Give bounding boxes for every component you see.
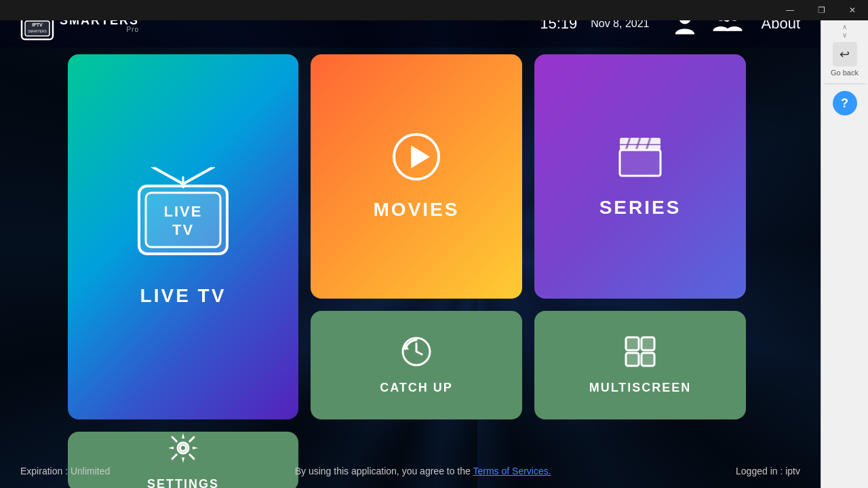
svg-marker-18 bbox=[411, 145, 430, 168]
window-controls: — ❐ ✕ bbox=[774, 0, 868, 20]
go-back-label: Go back bbox=[831, 69, 859, 77]
svg-text:IPTV: IPTV bbox=[32, 22, 43, 27]
livetv-label: LIVE TV bbox=[140, 285, 226, 307]
catchup-label: CATCH UP bbox=[380, 381, 453, 395]
livetv-content: LIVE TV LIVE TV bbox=[129, 167, 237, 307]
svg-rect-28 bbox=[642, 337, 654, 350]
svg-rect-30 bbox=[642, 353, 654, 366]
series-card[interactable]: SERIES bbox=[534, 54, 746, 299]
svg-text:LIVE: LIVE bbox=[164, 203, 203, 220]
close-button[interactable]: ✕ bbox=[837, 0, 868, 20]
svg-rect-27 bbox=[626, 337, 639, 350]
scroll-down-icon: ∨ bbox=[842, 32, 847, 39]
titlebar: — ❐ ✕ bbox=[0, 0, 868, 20]
footer: Expiration : Unlimited By using this app… bbox=[0, 454, 821, 488]
scroll-arrows: ∧ ∨ bbox=[842, 24, 847, 39]
svg-point-33 bbox=[181, 446, 185, 450]
multiscreen-card[interactable]: MULTISCREEN bbox=[534, 311, 746, 419]
terms-text: By using this application, you agree to … bbox=[110, 466, 736, 476]
minimize-button[interactable]: — bbox=[774, 0, 806, 20]
multiscreen-label: MULTISCREEN bbox=[589, 381, 692, 395]
svg-rect-23 bbox=[620, 150, 660, 176]
scroll-up-icon: ∧ bbox=[842, 24, 847, 31]
movies-icon bbox=[393, 133, 440, 189]
terms-link[interactable]: Terms of Services. bbox=[473, 466, 551, 476]
expiration-label: Expiration : Unlimited bbox=[20, 466, 110, 476]
browser-sidebar: ∧ ∨ ↩ Go back ? bbox=[821, 0, 868, 488]
series-label: SERIES bbox=[599, 197, 682, 219]
svg-text:SMARTERS: SMARTERS bbox=[28, 29, 47, 33]
series-icon bbox=[616, 134, 664, 187]
catchup-card[interactable]: CATCH UP bbox=[311, 311, 522, 419]
terms-prefix: By using this application, you agree to … bbox=[295, 466, 473, 476]
svg-rect-14 bbox=[146, 193, 220, 247]
movies-label: MOVIES bbox=[374, 199, 460, 221]
svg-line-11 bbox=[183, 167, 214, 184]
svg-line-10 bbox=[153, 167, 183, 184]
restore-button[interactable]: ❐ bbox=[806, 0, 837, 20]
go-back-icon: ↩ bbox=[833, 42, 857, 67]
app-container: IPTV SMARTERS SMARTERS Pro 15:19 Nov 8, … bbox=[0, 0, 821, 488]
movies-card[interactable]: MOVIES bbox=[311, 54, 522, 299]
svg-rect-29 bbox=[626, 353, 639, 366]
help-button[interactable]: ? bbox=[833, 91, 857, 115]
logged-in-label: Logged in : iptv bbox=[736, 466, 800, 476]
svg-text:TV: TV bbox=[172, 221, 194, 238]
question-icon: ? bbox=[841, 96, 848, 111]
multiscreen-icon bbox=[624, 335, 656, 374]
main-grid: LIVE TV LIVE TV MOVIES bbox=[68, 54, 746, 488]
livetv-icon: LIVE TV bbox=[129, 167, 237, 271]
livetv-card[interactable]: LIVE TV LIVE TV bbox=[68, 54, 298, 419]
logo-pro-label: Pro bbox=[60, 26, 139, 33]
go-back-button[interactable]: ↩ Go back bbox=[831, 42, 859, 77]
sidebar-divider bbox=[825, 83, 865, 84]
catchup-icon bbox=[400, 335, 433, 374]
